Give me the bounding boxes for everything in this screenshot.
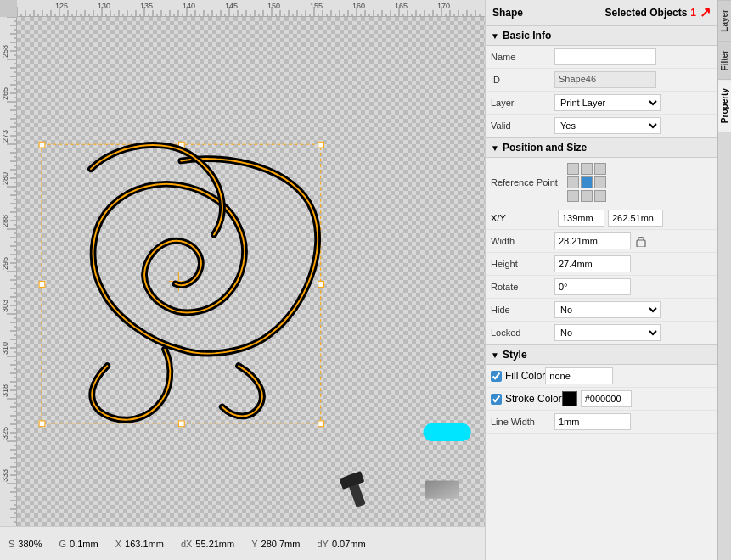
y-value: 280.7mm bbox=[261, 539, 301, 549]
locked-label: Locked bbox=[491, 328, 554, 338]
canvas-viewport[interactable] bbox=[17, 17, 485, 526]
hide-select[interactable]: No bbox=[554, 301, 661, 318]
ref-point-label: Reference Point bbox=[491, 177, 559, 188]
canvas-container bbox=[0, 17, 485, 526]
fill-color-checkbox[interactable] bbox=[491, 371, 502, 382]
stroke-color-checkbox-container: Stroke Color bbox=[491, 393, 562, 405]
lock-icon bbox=[636, 235, 646, 247]
height-value bbox=[554, 255, 712, 272]
id-row: ID Shape46 bbox=[486, 69, 717, 92]
ref-cell-1[interactable] bbox=[581, 163, 593, 175]
fill-color-row: Fill Color bbox=[486, 365, 717, 388]
dx-label: dX bbox=[181, 539, 192, 549]
height-input[interactable] bbox=[554, 255, 631, 272]
rotate-label: Rotate bbox=[491, 282, 554, 292]
id-display: Shape46 bbox=[554, 71, 656, 88]
dy-label: dY bbox=[317, 539, 328, 549]
rotate-row: Rotate bbox=[486, 276, 717, 299]
hide-row: Hide No bbox=[486, 299, 717, 322]
ruler-v-canvas bbox=[0, 17, 17, 526]
stroke-color-input[interactable] bbox=[581, 390, 632, 407]
ref-cell-7[interactable] bbox=[581, 190, 593, 202]
vertical-ruler bbox=[0, 17, 17, 526]
reference-grid bbox=[567, 163, 606, 202]
tab-property[interactable]: Property bbox=[718, 79, 731, 132]
arrows-icon: ↗ bbox=[700, 4, 711, 20]
status-dy: dY 0.07mm bbox=[317, 539, 365, 549]
y-input[interactable] bbox=[608, 210, 663, 227]
ref-cell-3[interactable] bbox=[567, 176, 579, 188]
ref-cell-6[interactable] bbox=[567, 190, 579, 202]
svg-rect-6 bbox=[39, 421, 45, 427]
position-size-label: Position and Size bbox=[503, 142, 587, 154]
tab-filter[interactable]: Filter bbox=[718, 41, 731, 79]
line-width-input[interactable] bbox=[554, 413, 631, 430]
fill-color-input[interactable] bbox=[545, 367, 613, 384]
g-value: 0.1mm bbox=[70, 539, 98, 549]
height-label: Height bbox=[491, 259, 554, 269]
svg-rect-11 bbox=[424, 423, 471, 441]
status-bar: S 380% G 0.1mm X 163.1mm dX 55.21mm Y 28… bbox=[0, 526, 485, 560]
svg-rect-4 bbox=[39, 282, 45, 288]
tab-layer[interactable]: Layer bbox=[718, 0, 731, 41]
reference-point-row: Reference Point bbox=[486, 158, 717, 207]
y-label: Y bbox=[251, 539, 257, 549]
rotate-value bbox=[554, 278, 712, 295]
line-width-row: Line Width bbox=[486, 411, 717, 434]
ref-cell-5[interactable] bbox=[594, 176, 606, 188]
ruler-h-canvas bbox=[17, 0, 484, 17]
ref-cell-2[interactable] bbox=[594, 163, 606, 175]
svg-rect-8 bbox=[318, 421, 324, 427]
status-g: G 0.1mm bbox=[59, 539, 98, 549]
svg-rect-12 bbox=[425, 481, 459, 499]
layer-select[interactable]: Print Layer bbox=[554, 94, 661, 111]
fill-color-checkbox-container: Fill Color bbox=[491, 370, 545, 382]
width-row: Width bbox=[486, 230, 717, 253]
s-value: 380% bbox=[18, 539, 42, 549]
lock-icon-container bbox=[634, 235, 648, 247]
valid-row: Valid Yes bbox=[486, 115, 717, 137]
horizontal-ruler bbox=[17, 0, 485, 17]
line-width-label: Line Width bbox=[491, 417, 554, 427]
name-input[interactable] bbox=[554, 48, 656, 65]
sidebar-tabs: Layer Filter Property bbox=[717, 0, 731, 560]
selected-info: Selected Objects 1 ↗ bbox=[605, 4, 711, 20]
right-panel: Shape Selected Objects 1 ↗ ▼ Basic Info … bbox=[485, 0, 731, 560]
canvas-area: S 380% G 0.1mm X 163.1mm dX 55.21mm Y 28… bbox=[0, 0, 485, 560]
ref-cell-0[interactable] bbox=[567, 163, 579, 175]
stroke-color-checkbox[interactable] bbox=[491, 394, 502, 405]
layer-row: Layer Print Layer bbox=[486, 92, 717, 115]
style-label: Style bbox=[503, 349, 527, 361]
properties-panel: Shape Selected Objects 1 ↗ ▼ Basic Info … bbox=[486, 0, 717, 560]
hide-value: No bbox=[554, 301, 712, 318]
layer-value: Print Layer bbox=[554, 94, 712, 111]
dy-value: 0.07mm bbox=[332, 539, 366, 549]
valid-select[interactable]: Yes bbox=[554, 117, 661, 134]
valid-label: Valid bbox=[491, 120, 554, 131]
dx-value: 55.21mm bbox=[195, 539, 234, 549]
ref-cell-8[interactable] bbox=[594, 190, 606, 202]
collapse-arrow-basic: ▼ bbox=[491, 31, 499, 41]
x-input[interactable] bbox=[558, 210, 604, 227]
stroke-color-swatch[interactable] bbox=[562, 391, 577, 406]
rotate-input[interactable] bbox=[554, 278, 631, 295]
ruler-corner bbox=[0, 0, 17, 17]
id-value: Shape46 bbox=[554, 71, 712, 88]
position-size-header[interactable]: ▼ Position and Size bbox=[486, 137, 717, 158]
basic-info-header[interactable]: ▼ Basic Info bbox=[486, 25, 717, 46]
layer-label: Layer bbox=[491, 98, 554, 108]
locked-select[interactable]: No bbox=[554, 324, 661, 341]
width-input[interactable] bbox=[554, 232, 631, 249]
ruler-row bbox=[0, 0, 485, 17]
status-y: Y 280.7mm bbox=[251, 539, 300, 549]
height-row: Height bbox=[486, 253, 717, 276]
name-label: Name bbox=[491, 52, 554, 62]
x-label: X bbox=[115, 539, 121, 549]
style-header[interactable]: ▼ Style bbox=[486, 344, 717, 365]
ref-cell-4[interactable] bbox=[581, 176, 593, 188]
svg-rect-7 bbox=[178, 421, 184, 427]
collapse-arrow-style: ▼ bbox=[491, 350, 499, 360]
valid-value: Yes bbox=[554, 117, 712, 134]
name-row: Name bbox=[486, 46, 717, 69]
width-value bbox=[554, 232, 712, 249]
